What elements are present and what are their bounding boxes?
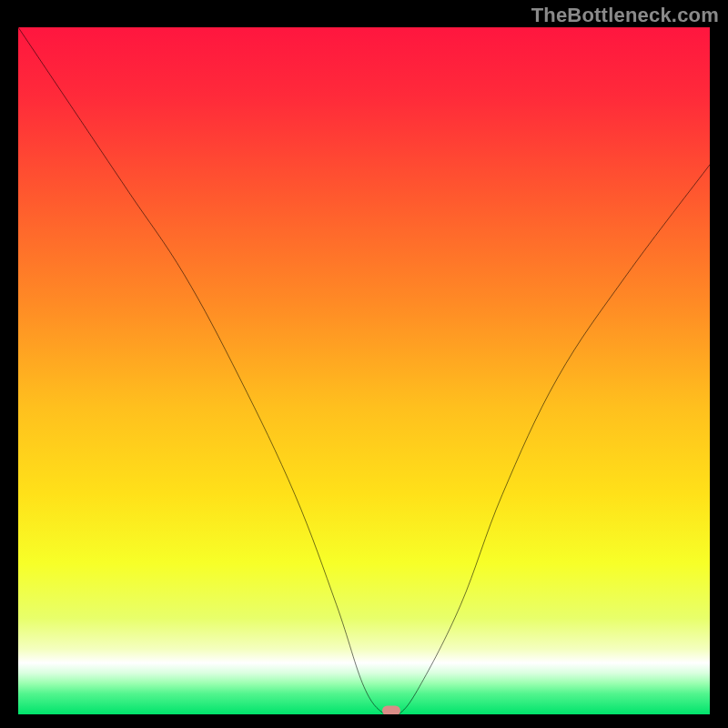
chart-container: TheBottleneck.com <box>0 0 728 728</box>
bottleneck-curve <box>18 27 710 714</box>
plot-area <box>18 27 710 714</box>
optimal-point-marker <box>382 706 400 715</box>
watermark-text: TheBottleneck.com <box>531 4 719 27</box>
